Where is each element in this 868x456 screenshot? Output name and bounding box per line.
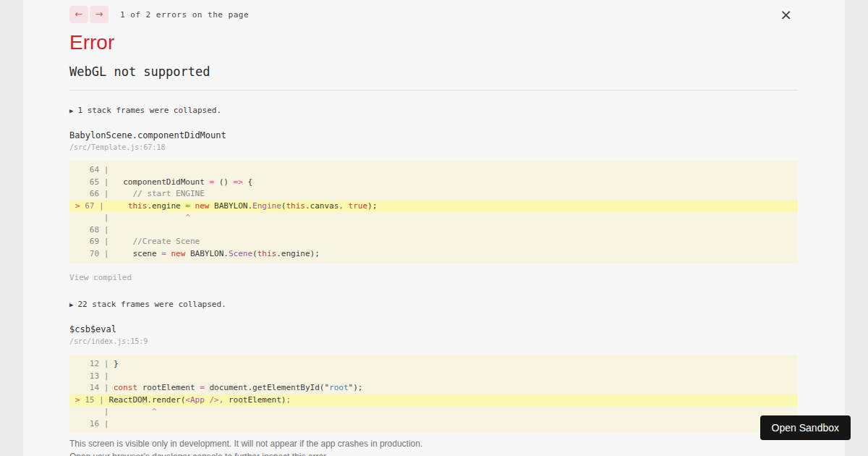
stack-frame-function: $csb$eval bbox=[69, 324, 798, 334]
collapse-triangle-icon: ▶ bbox=[69, 107, 73, 114]
next-error-button[interactable]: → bbox=[90, 6, 109, 23]
arrow-right-icon: → bbox=[95, 9, 103, 20]
error-overlay: ← → 1 of 2 errors on the page × Error We… bbox=[23, 0, 845, 456]
collapsed-frames-toggle-1[interactable]: ▶1 stack frames were collapsed. bbox=[69, 106, 221, 115]
collapsed-frames-label: 1 stack frames were collapsed. bbox=[77, 106, 221, 115]
code-line: 12 | } bbox=[69, 358, 798, 371]
stack-frame-path: /src/Template.js:67:18 bbox=[69, 143, 798, 151]
arrow-left-icon: ← bbox=[75, 9, 83, 20]
error-nav-row: ← → 1 of 2 errors on the page × bbox=[69, 0, 798, 23]
code-line-highlighted: > 67 | this.engine = new BABYLON.Engine(… bbox=[69, 200, 798, 213]
stack-frame-function: BabylonScene.componentDidMount bbox=[69, 130, 798, 140]
code-line: 65 | componentDidMount = () => { bbox=[69, 177, 798, 189]
code-line: 16 | bbox=[69, 418, 798, 431]
footer-note: Open your browser’s developer console to… bbox=[69, 451, 798, 456]
code-line: 13 | bbox=[69, 371, 798, 383]
collapse-triangle-icon: ▶ bbox=[69, 301, 73, 308]
stack-frame-path: /src/index.js:15:9 bbox=[69, 337, 798, 345]
open-sandbox-button[interactable]: Open Sandbox bbox=[760, 415, 851, 440]
code-line: 14 | const rootElement = document.getEle… bbox=[69, 382, 798, 394]
code-snippet: 64 | 65 | componentDidMount = () => { 66… bbox=[69, 161, 798, 263]
code-line-highlighted: > 15 | ReactDOM.render(<App />, rootElem… bbox=[69, 394, 798, 407]
close-icon: × bbox=[780, 6, 792, 23]
error-title: Error bbox=[69, 32, 798, 54]
code-line: 70 | scene = new BABYLON.Scene(this.engi… bbox=[69, 248, 798, 261]
code-line: | ^ bbox=[69, 212, 798, 224]
error-message: WebGL not supported bbox=[69, 64, 798, 79]
code-line: | ^ bbox=[69, 406, 798, 418]
code-line: 64 | bbox=[69, 164, 798, 177]
code-line: 69 | //Create Scene bbox=[69, 236, 798, 248]
collapsed-frames-toggle-2[interactable]: ▶22 stack frames were collapsed. bbox=[69, 300, 226, 309]
code-line: 68 | bbox=[69, 224, 798, 237]
error-count-label: 1 of 2 errors on the page bbox=[120, 10, 249, 20]
close-overlay-button[interactable]: × bbox=[774, 7, 798, 22]
overlay-footer: This screen is visible only in developme… bbox=[69, 438, 798, 456]
code-snippet: 12 | } 13 | 14 | const rootElement = doc… bbox=[69, 355, 798, 434]
footer-note: This screen is visible only in developme… bbox=[69, 438, 798, 451]
divider bbox=[69, 90, 798, 90]
view-compiled-link[interactable]: View compiled bbox=[69, 273, 132, 282]
previous-error-button[interactable]: ← bbox=[69, 6, 88, 23]
collapsed-frames-label: 22 stack frames were collapsed. bbox=[77, 300, 226, 309]
code-line: 66 | // start ENGINE bbox=[69, 188, 798, 200]
